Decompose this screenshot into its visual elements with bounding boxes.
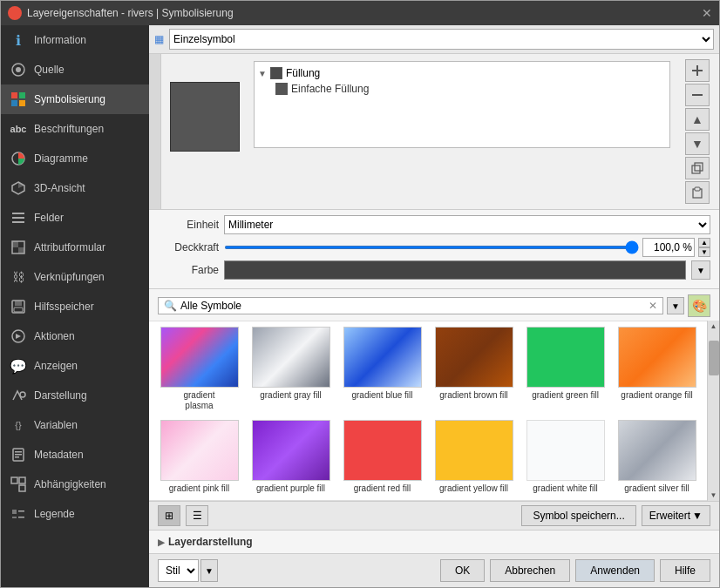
search-clear-btn[interactable]: ✕ [649, 300, 657, 312]
sidebar-item-symbolisierung[interactable]: Symbolisierung [1, 84, 149, 114]
sidebar-item-verknuepfungen[interactable]: ⛓ Verknüpfungen [1, 262, 149, 292]
sidebar-label-variablen: Variablen [34, 419, 78, 431]
tree-child-row[interactable]: Einfache Füllung [275, 81, 666, 97]
deckkraft-row: Deckkraft 100,0 % ▲ ▼ [158, 238, 710, 257]
svg-rect-22 [15, 454, 22, 456]
symbolisierung-icon [10, 91, 27, 108]
ok-btn[interactable]: OK [440, 559, 485, 582]
farbe-preview[interactable] [224, 260, 686, 280]
symbol-scrollbar[interactable]: ▲ ▼ [707, 321, 719, 501]
einzelsymbol-icon: ▦ [154, 33, 164, 45]
sidebar-item-abhaengigkeiten[interactable]: Abhängigkeiten [1, 470, 149, 499]
close-button[interactable]: ✕ [702, 6, 712, 20]
sidebar-item-legende[interactable]: Legende [1, 499, 149, 529]
sidebar-item-diagramme[interactable]: Diagramme [1, 144, 149, 173]
move-down-btn[interactable]: ▼ [685, 132, 710, 155]
symbol-yellow-fill[interactable]: gradient yellow fill [432, 420, 515, 494]
search-filter-btn[interactable]: ▼ [667, 297, 684, 314]
anwenden-btn[interactable]: Anwenden [575, 559, 655, 582]
symbol-purple-fill[interactable]: gradient purple fill [249, 420, 332, 494]
tree-root-row[interactable]: ▼ Füllung [258, 65, 666, 81]
sidebar-item-3d[interactable]: 3D-Ansicht [1, 173, 149, 203]
hilfsspeicher-icon [10, 298, 27, 315]
sidebar-label-3d: 3D-Ansicht [34, 182, 85, 194]
sidebar-item-hilfsspeicher[interactable]: Hilfsspeicher [1, 292, 149, 321]
tree-root-color [270, 67, 282, 79]
symbol-gray-fill[interactable]: gradient gray fill [249, 327, 332, 411]
view-list-btn[interactable]: ☰ [186, 505, 208, 526]
save-symbol-btn[interactable]: Symbol speichern... [521, 505, 635, 526]
symbol-red-fill[interactable]: gradient red fill [341, 420, 424, 494]
deckkraft-down[interactable]: ▼ [698, 247, 710, 257]
svg-rect-23 [15, 456, 19, 458]
paste-btn[interactable] [685, 181, 710, 204]
farbe-label: Farbe [158, 264, 219, 276]
sidebar-label-anzeigen: Anzeigen [34, 360, 78, 372]
view-grid-btn[interactable]: ⊞ [158, 505, 180, 526]
add-layer-btn[interactable] [685, 59, 710, 82]
sidebar-label-symbolisierung: Symbolisierung [34, 93, 105, 105]
svg-rect-9 [12, 213, 24, 214]
layer-tree: ▼ Füllung Einfache Füllung [254, 61, 670, 148]
svg-rect-4 [11, 100, 17, 106]
sidebar-item-darstellung[interactable]: Darstellung [1, 381, 149, 410]
sidebar-scroll: ℹ Information Quelle [1, 25, 149, 587]
erweitert-btn[interactable]: Erweitert ▼ [642, 505, 710, 526]
sidebar-item-information[interactable]: ℹ Information [1, 25, 149, 55]
symbol-white-fill[interactable]: gradient white fill [524, 420, 607, 494]
symbol-blue-fill[interactable]: gradient blue fill [341, 327, 424, 411]
deckkraft-slider-area: 100,0 % ▲ ▼ [224, 238, 710, 257]
symbol-pink-fill[interactable]: gradient pink fill [158, 420, 241, 494]
properties-panel: Einheit Millimeter Deckkraft 100,0 % ▲ ▼ [149, 210, 719, 289]
sidebar-item-felder[interactable]: Felder [1, 203, 149, 233]
symbol-type-bar: ▦ Einzelsymbol [149, 25, 719, 54]
tree-action-buttons: ▲ ▼ [676, 54, 719, 209]
farbe-dropdown-btn[interactable]: ▼ [691, 260, 710, 280]
sidebar-item-anzeigen[interactable]: 💬 Anzeigen [1, 351, 149, 381]
sidebar-label-attributformular: Attributformular [34, 241, 105, 253]
symbol-brown-fill[interactable]: gradient brown fill [432, 327, 515, 411]
layerdarstellung-header[interactable]: ▶ Layerdarstellung [158, 534, 710, 550]
search-bar: 🔍 ✕ [158, 297, 663, 314]
3d-icon [10, 179, 27, 197]
svg-rect-28 [18, 510, 24, 512]
einheit-row: Einheit Millimeter [158, 215, 710, 234]
symbol-extra-btn[interactable]: 🎨 [688, 294, 710, 317]
section-arrow-icon: ▶ [158, 537, 165, 547]
copy-btn[interactable] [685, 157, 710, 179]
move-up-btn[interactable]: ▲ [685, 108, 710, 131]
stil-dropdown-arrow[interactable]: ▼ [200, 559, 218, 582]
symbol-plasma[interactable]: gradientplasma [158, 327, 241, 411]
search-input[interactable] [180, 300, 645, 312]
scroll-down-btn[interactable]: ▼ [709, 490, 719, 501]
swatch-plasma [160, 327, 239, 388]
deckkraft-up[interactable]: ▲ [698, 238, 710, 247]
symbol-green-fill[interactable]: gradient green fill [524, 327, 607, 411]
hilfe-btn[interactable]: Hilfe [660, 559, 710, 582]
stil-select[interactable]: Stil [158, 559, 199, 582]
einheit-select[interactable]: Millimeter [224, 215, 710, 234]
main-window: Layereigenschaften - rivers | Symbolisie… [0, 0, 720, 588]
attributformular-icon [10, 239, 27, 256]
swatch-pink-fill [160, 420, 239, 481]
abbrechen-btn[interactable]: Abbrechen [490, 559, 570, 582]
symbol-type-select[interactable]: Einzelsymbol [169, 29, 714, 50]
information-icon: ℹ [10, 31, 27, 49]
scroll-thumb[interactable] [709, 341, 719, 375]
symbol-library: 🔍 ✕ ▼ 🎨 [149, 289, 719, 501]
symbol-row-1: gradientplasma gradient gray fill gradie… [158, 327, 698, 411]
sidebar-item-variablen[interactable]: {} Variablen [1, 410, 149, 440]
sidebar-item-metadaten[interactable]: Metadaten [1, 440, 149, 470]
sidebar-item-quelle[interactable]: Quelle [1, 55, 149, 84]
tree-sub-area: Einfache Füllung [258, 81, 666, 97]
sidebar-item-attributformular[interactable]: Attributformular [1, 233, 149, 262]
sidebar-item-beschriftungen[interactable]: abc Beschriftungen [1, 114, 149, 144]
scroll-up-btn[interactable]: ▲ [709, 321, 719, 332]
symbol-silver-fill[interactable]: gradient silver fill [615, 420, 698, 494]
deckkraft-slider[interactable] [224, 246, 639, 249]
deckkraft-label: Deckkraft [158, 241, 219, 253]
sidebar-item-aktionen[interactable]: Aktionen [1, 321, 149, 351]
symbol-gray-fill-label: gradient gray fill [260, 390, 322, 401]
remove-layer-btn[interactable] [685, 84, 710, 106]
symbol-orange-fill[interactable]: gradient orange fill [615, 327, 698, 411]
